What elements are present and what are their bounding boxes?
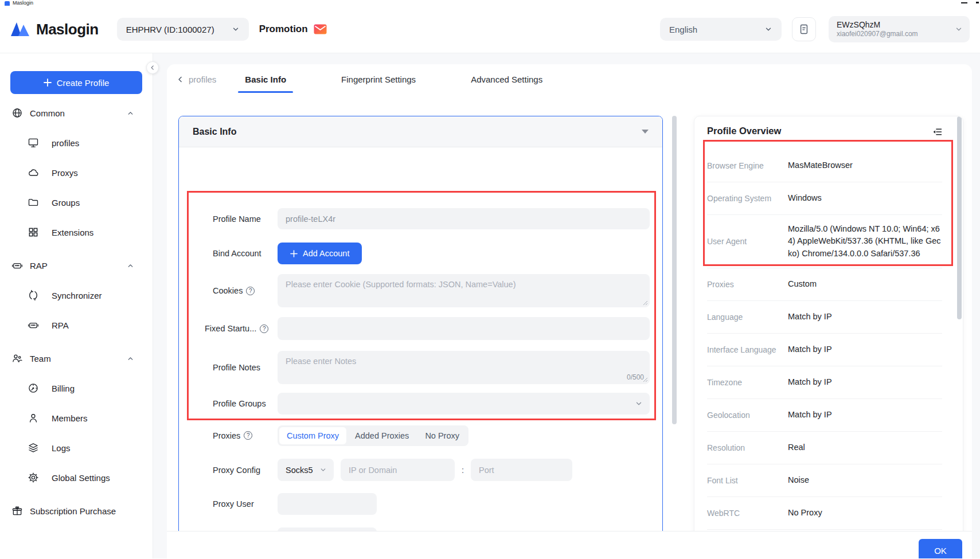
profile-notes-row: Profile Notes 0/500: [213, 351, 650, 384]
profile-overview-panel: Profile Overview Browser Engine MasMateB…: [694, 116, 963, 540]
card-footer: OK: [167, 531, 972, 558]
profile-name-input[interactable]: [278, 208, 650, 229]
sidebar-item-subscription-purchase[interactable]: Subscription Purchase: [0, 496, 153, 526]
proxies-option-custom[interactable]: Custom Proxy: [279, 427, 346, 444]
overview-row-value: Match by IP: [788, 376, 942, 388]
overview-scrollbar[interactable]: [957, 116, 962, 319]
overview-row: Browser Engine MasMateBrowser: [707, 150, 942, 182]
overview-row-value: Mozilla/5.0 (Windows NT 10.0; Win64; x64…: [788, 223, 942, 259]
sidebar-item-label: Extensions: [52, 228, 93, 237]
proxies-segmented-control: Custom Proxy Added Proxies No Proxy: [278, 425, 468, 446]
overview-row-label: User Agent: [707, 237, 788, 246]
profile-groups-select[interactable]: [278, 393, 650, 415]
overview-row: Geolocation Match by IP: [707, 399, 942, 432]
help-icon[interactable]: ?: [246, 287, 255, 295]
chevron-down-icon: [955, 25, 963, 33]
content-scrollbar[interactable]: [672, 116, 677, 424]
workspace-select[interactable]: EHPHRV (ID:1000027): [117, 18, 249, 41]
sidebar-item-groups[interactable]: Groups: [0, 187, 153, 217]
proxy-protocol-select[interactable]: Socks5: [278, 459, 334, 481]
sidebar-section-team[interactable]: Team: [0, 343, 153, 373]
proxies-option-added[interactable]: Added Proxies: [348, 427, 416, 444]
create-profile-button[interactable]: Create Profile: [10, 71, 142, 94]
sidebar-item-label: Synchronizer: [52, 291, 102, 300]
collapse-panel-icon[interactable]: [933, 128, 942, 136]
language-select[interactable]: English: [660, 18, 782, 41]
fixed-startup-row: Fixed Startu... ?: [213, 317, 650, 340]
chevron-down-icon: [764, 25, 772, 33]
minimize-icon[interactable]: [961, 2, 967, 3]
ok-button[interactable]: OK: [919, 539, 962, 558]
add-account-button[interactable]: Add Account: [278, 243, 362, 264]
help-icon[interactable]: ?: [244, 431, 252, 440]
sidebar-item-rpa[interactable]: RPA: [0, 310, 153, 340]
overview-row-value: Match by IP: [788, 343, 942, 355]
notes-counter: 0/500: [627, 373, 644, 381]
overview-row: Proxies Custom: [707, 268, 942, 301]
proxy-port-input[interactable]: [471, 459, 572, 481]
gift-icon: [11, 505, 23, 517]
overview-row-label: Geolocation: [707, 411, 788, 420]
sidebar-item-logs[interactable]: Logs: [0, 433, 153, 463]
tab-fingerprint-settings[interactable]: Fingerprint Settings: [335, 64, 421, 95]
fixed-startup-label: Fixed Startu... ?: [205, 324, 278, 333]
sidebar-item-billing[interactable]: Billing: [0, 373, 153, 403]
ip-port-separator: :: [462, 466, 464, 475]
sidebar-item-label: RAP: [30, 261, 48, 271]
sidebar-collapse-button[interactable]: [146, 61, 159, 74]
sidebar-nav: Common profiles Proxy: [0, 98, 153, 526]
robot-icon: [11, 260, 23, 271]
overview-row-value: Match by IP: [788, 311, 942, 323]
user-info: EWzSQhzM xiaofei020907@gmail.com: [837, 20, 949, 39]
proxies-row: Proxies ? Custom Proxy Added Proxies No …: [213, 425, 650, 446]
gauge-icon: [28, 382, 39, 394]
overview-rows: Browser Engine MasMateBrowser Operating …: [707, 150, 942, 530]
basic-info-panel-header[interactable]: Basic Info: [179, 116, 662, 147]
sidebar-item-global-settings[interactable]: Global Settings: [0, 463, 153, 492]
user-name: EWzSQhzM: [837, 20, 949, 30]
overview-row-label: Proxies: [707, 280, 788, 289]
chevron-down-icon: [319, 466, 327, 474]
tabs: Basic Info Fingerprint Settings Advanced…: [239, 64, 592, 95]
proxy-user-input[interactable]: [278, 493, 377, 515]
fixed-startup-input[interactable]: [278, 317, 650, 340]
proxy-protocol-value: Socks5: [286, 466, 313, 475]
caret-down-icon[interactable]: [642, 130, 649, 134]
brand: Maslogin: [10, 21, 99, 38]
maslogin-logo-icon: [10, 21, 31, 38]
cookies-row: Cookies ?: [213, 274, 650, 307]
profile-notes-textarea[interactable]: [278, 351, 650, 384]
overview-row-value: Real: [788, 441, 942, 454]
sidebar-item-profiles[interactable]: profiles: [0, 128, 153, 158]
overview-row-label: Browser Engine: [707, 161, 788, 170]
sidebar-item-synchronizer[interactable]: Synchronizer: [0, 280, 153, 310]
proxies-option-none[interactable]: No Proxy: [417, 427, 467, 444]
proxy-config-row: Proxy Config Socks5 :: [213, 459, 650, 481]
breadcrumb-back[interactable]: profiles: [177, 75, 216, 84]
docs-button[interactable]: [792, 17, 816, 41]
person-icon: [28, 412, 39, 424]
overview-row-value: No Proxy: [788, 507, 942, 519]
sidebar-item-members[interactable]: Members: [0, 403, 153, 433]
overview-row-label: Font List: [707, 476, 788, 485]
promotion-link[interactable]: Promotion: [259, 24, 327, 35]
overview-row: Font List Noise: [707, 464, 942, 497]
chevron-up-icon: [127, 262, 134, 269]
sidebar-item-label: Subscription Purchase: [30, 506, 116, 516]
sidebar-item-extensions[interactable]: Extensions: [0, 217, 153, 247]
sidebar-item-label: profiles: [52, 138, 79, 148]
add-account-label: Add Account: [303, 249, 349, 258]
profile-groups-label: Profile Groups: [213, 399, 278, 408]
cookies-textarea[interactable]: [278, 274, 650, 307]
sidebar-section-common[interactable]: Common: [0, 98, 153, 128]
tab-basic-info[interactable]: Basic Info: [239, 64, 292, 95]
profile-groups-row: Profile Groups: [213, 393, 650, 415]
tab-advanced-settings[interactable]: Advanced Settings: [465, 64, 548, 95]
help-icon[interactable]: ?: [260, 325, 268, 333]
overview-row: Resolution Real: [707, 432, 942, 464]
sidebar-item-proxys[interactable]: Proxys: [0, 158, 153, 187]
profile-name-row: Profile Name: [213, 208, 650, 229]
proxy-ip-input[interactable]: [341, 459, 455, 481]
user-menu[interactable]: EWzSQhzM xiaofei020907@gmail.com: [829, 16, 970, 42]
sidebar-section-rap[interactable]: RAP: [0, 251, 153, 280]
